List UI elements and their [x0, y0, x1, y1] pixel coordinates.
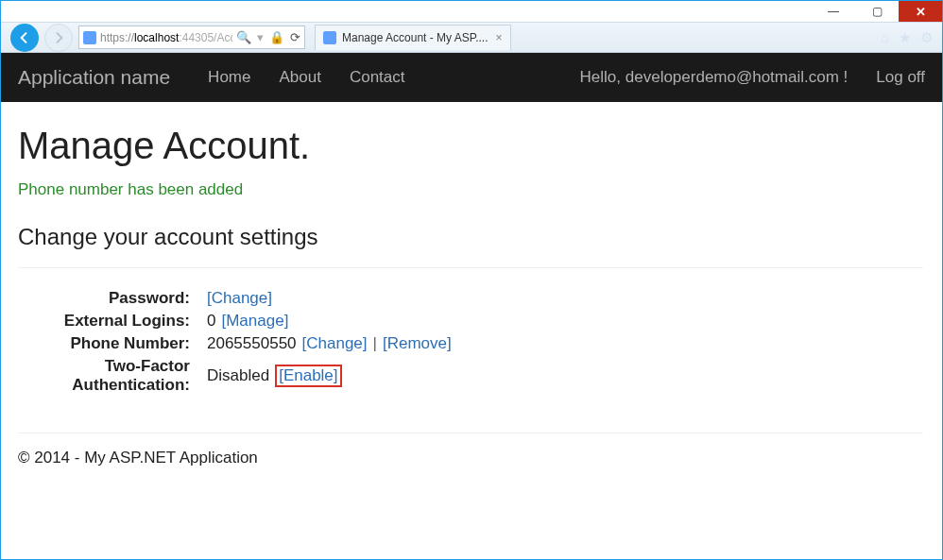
label-phone: Phone Number: [18, 334, 207, 353]
external-login-count: 0 [207, 312, 215, 331]
lock-icon: 🔒 [269, 30, 284, 44]
window-minimize-button[interactable]: — [812, 1, 855, 22]
link-change-password[interactable]: [Change] [207, 289, 272, 308]
browser-toolbar: https://localhost:44305/Acc 🔍 ▾ 🔒 ⟳ Mana… [1, 22, 942, 53]
page-footer: © 2014 - My ASP.NET Application [18, 449, 923, 467]
app-navbar: Application name Home About Contact Hell… [1, 53, 942, 102]
phone-number-value: 2065550550 [207, 334, 297, 353]
tab-title: Manage Account - My ASP.... [342, 31, 489, 44]
url-text: https://localhost:44305/Acc [100, 31, 232, 44]
search-icon[interactable]: 🔍 [236, 30, 251, 44]
back-button[interactable] [10, 24, 39, 52]
browser-tab[interactable]: Manage Account - My ASP.... × [315, 25, 511, 50]
nav-greeting[interactable]: Hello, developerdemo@hotmail.com ! [580, 68, 849, 87]
two-factor-status: Disabled [207, 366, 269, 385]
settings-list: Password: [Change] External Logins: 0 [M… [18, 289, 923, 395]
brand-link[interactable]: Application name [18, 66, 170, 89]
window-maximize-button[interactable]: ▢ [855, 1, 899, 22]
link-enable-two-factor[interactable]: [Enable] [279, 366, 337, 384]
label-external-logins: External Logins: [18, 312, 207, 331]
label-two-factor: Two-Factor Authentication: [18, 357, 207, 395]
nav-home[interactable]: Home [208, 68, 250, 87]
enable-highlight: [Enable] [275, 365, 341, 387]
favorites-icon[interactable]: ★ [899, 29, 911, 46]
forward-button[interactable] [44, 24, 73, 52]
refresh-icon[interactable]: ⟳ [290, 30, 300, 44]
label-password: Password: [18, 289, 207, 308]
address-bar[interactable]: https://localhost:44305/Acc 🔍 ▾ 🔒 ⟳ [78, 25, 305, 49]
link-remove-phone[interactable]: [Remove] [383, 334, 452, 353]
nav-contact[interactable]: Contact [350, 68, 405, 87]
url-sep: :// [125, 31, 134, 44]
favicon-icon [83, 31, 96, 44]
tab-favicon-icon [323, 31, 336, 44]
window-close-button[interactable]: ✕ [899, 1, 942, 22]
separator-pipe: | [373, 334, 377, 353]
tab-close-icon[interactable]: × [496, 31, 503, 44]
settings-icon[interactable]: ⚙ [920, 29, 933, 46]
url-path: /Acc [214, 31, 232, 44]
nav-about[interactable]: About [279, 68, 320, 87]
nav-logoff[interactable]: Log off [876, 68, 925, 87]
page-subheading: Change your account settings [18, 224, 923, 250]
page-title: Manage Account. [18, 125, 923, 167]
url-proto: https [100, 31, 125, 44]
footer-divider [18, 433, 923, 433]
url-port: :44305 [179, 31, 214, 44]
divider [18, 267, 923, 268]
link-manage-external[interactable]: [Manage] [221, 312, 288, 331]
home-icon[interactable]: ⌂ [881, 29, 889, 46]
link-change-phone[interactable]: [Change] [302, 334, 368, 353]
window-titlebar: — ▢ ✕ [1, 1, 942, 22]
page-content: Manage Account. Phone number has been ad… [1, 102, 942, 477]
success-alert: Phone number has been added [18, 180, 923, 199]
url-host: localhost [134, 31, 179, 44]
